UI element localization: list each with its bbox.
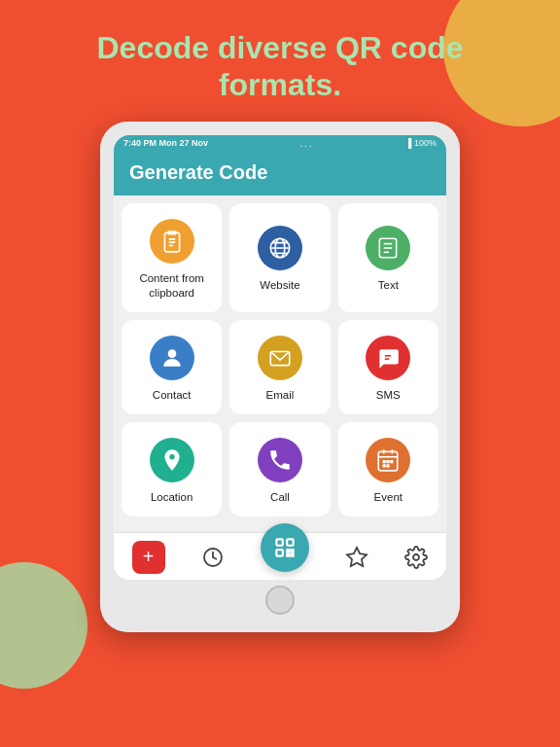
ipad-screen: 7:40 PM Mon 27 Nov ... ▐ 100% Generate C… [114,135,446,580]
website-label: Website [260,278,299,293]
grid-item-email[interactable]: Email [229,320,330,414]
svg-point-18 [169,454,174,459]
text-icon [366,226,410,270]
svg-rect-23 [383,460,386,463]
contact-icon [150,336,194,380]
grid-item-sms[interactable]: SMS [338,320,438,414]
status-time: 7:40 PM Mon 27 Nov [123,138,208,148]
svg-marker-36 [347,548,367,566]
ipad-frame: 7:40 PM Mon 27 Nov ... ▐ 100% Generate C… [100,122,460,632]
grid-item-text[interactable]: Text [338,203,438,312]
app-header-title: Generate Code [129,161,267,183]
svg-rect-29 [276,539,283,546]
email-icon [258,336,302,380]
settings-icon [404,546,428,569]
clipboard-label: Content from clipboard [129,271,214,301]
home-button-area [114,580,446,619]
svg-point-37 [413,554,419,560]
location-icon [150,438,194,482]
call-label: Call [270,490,290,505]
svg-point-14 [167,349,176,358]
sms-icon [366,336,410,380]
grid-item-website[interactable]: Website [229,203,330,312]
svg-rect-25 [390,460,393,463]
tab-favorites[interactable] [337,544,376,571]
status-bar: 7:40 PM Mon 27 Nov ... ▐ 100% [114,135,446,152]
grid-container: Content from clipboard Website [114,196,446,532]
tab-scan[interactable] [253,541,317,574]
grid-item-contact[interactable]: Contact [122,320,222,414]
history-icon [201,546,225,569]
text-label: Text [378,278,399,293]
svg-rect-30 [287,539,294,546]
tab-history[interactable] [193,544,232,571]
svg-rect-26 [383,464,386,467]
page-title: Decode diverse QR code formats. [0,0,560,122]
svg-rect-32 [287,550,289,551]
svg-rect-31 [276,550,283,556]
grid-row-3: Location Call [122,422,438,516]
sms-label: SMS [376,388,401,403]
add-icon: + [132,541,165,574]
grid-row-1: Content from clipboard Website [122,203,438,312]
grid-item-location[interactable]: Location [122,422,222,516]
scan-icon [261,523,309,572]
event-icon [366,438,410,482]
status-battery: ▐ 100% [405,138,437,148]
grid-item-clipboard[interactable]: Content from clipboard [122,203,222,312]
home-button[interactable] [265,586,295,615]
svg-rect-24 [387,460,390,463]
contact-label: Contact [153,388,192,403]
decorative-blob-bottom [0,562,88,689]
event-label: Event [374,490,402,505]
svg-rect-27 [387,464,390,467]
app-header: Generate Code [114,152,446,196]
svg-rect-34 [287,553,289,555]
svg-rect-33 [291,550,293,551]
status-dots: ... [299,138,313,149]
favorites-icon [345,546,368,569]
website-icon [258,226,302,270]
grid-item-event[interactable]: Event [338,422,438,516]
clipboard-icon [150,219,194,264]
call-icon [258,438,302,482]
location-label: Location [151,490,192,505]
tab-settings[interactable] [397,544,436,571]
grid-item-call[interactable]: Call [229,422,330,516]
tab-add[interactable]: + [124,539,173,576]
grid-row-2: Contact Email [122,320,438,414]
tab-bar: + [114,532,446,580]
email-label: Email [266,388,295,403]
svg-rect-35 [291,553,293,555]
